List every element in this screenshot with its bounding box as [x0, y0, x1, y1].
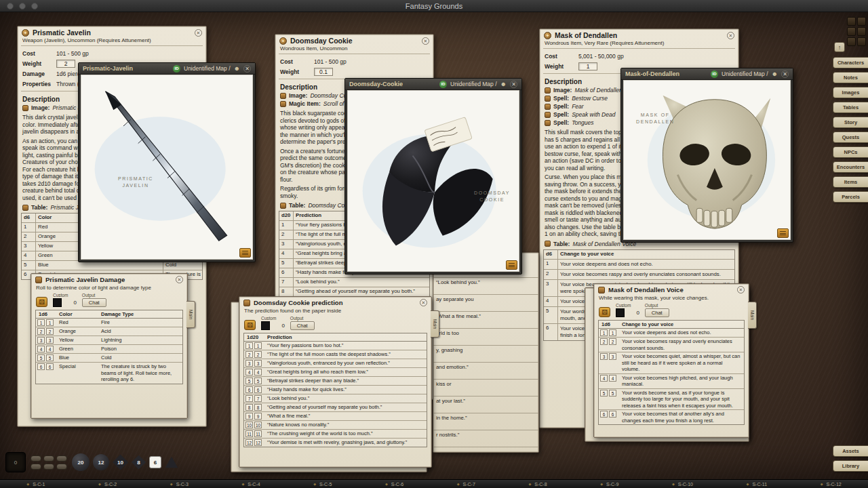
d6-die[interactable]: 6: [149, 456, 161, 468]
range-from[interactable]: 11: [245, 430, 253, 437]
sidebar-tab[interactable]: Images: [833, 87, 868, 98]
table-row[interactable]: 88 “Getting ahead of yourself may separa…: [244, 403, 427, 412]
range-to[interactable]: 6: [254, 386, 262, 393]
image-window-mask-of-dendallen[interactable]: Mask-of-Dendallen ID Unidentified Map / …: [620, 68, 793, 243]
identified-badge[interactable]: ID: [173, 65, 180, 73]
table-row[interactable]: 33 Yellow Lightning: [36, 336, 182, 345]
table-row[interactable]: 22 Orange Acid: [36, 327, 182, 336]
output-chat-button[interactable]: Chat: [82, 298, 106, 307]
sidebar-tab[interactable]: NPCs: [833, 146, 868, 158]
range-from[interactable]: 1: [245, 342, 253, 349]
range-to[interactable]: 6: [46, 363, 54, 370]
range-from[interactable]: 3: [37, 337, 45, 344]
image-window-doomsday-cookie[interactable]: Doomsday-Cookie ID Unidentified Map / ☻ …: [344, 78, 522, 274]
sidebar-tab[interactable]: Story: [833, 117, 868, 128]
range-to[interactable]: 1: [254, 342, 262, 349]
window-titlebar[interactable]: Mask of Dendallen Voice ✕: [594, 284, 749, 294]
range-to[interactable]: 1: [46, 319, 54, 326]
close-icon[interactable]: ✕: [195, 29, 202, 37]
tab-main[interactable]: Main: [431, 310, 439, 338]
sidebar-tool-button[interactable]: [857, 27, 866, 36]
range-to[interactable]: 8: [254, 404, 262, 411]
range-from[interactable]: 2: [37, 328, 45, 335]
table-row[interactable]: 44 Your voice becomes high pitched, and …: [599, 374, 744, 389]
modifier-button[interactable]: [31, 464, 41, 470]
sidebar-tab[interactable]: Library: [833, 460, 868, 472]
table-row[interactable]: 33 Your voice becomes quiet, almost a wh…: [599, 352, 744, 374]
table-row[interactable]: 66 Special The creature is struck by two…: [36, 363, 182, 384]
range-to[interactable]: 6: [609, 411, 616, 418]
taskbar-tab[interactable]: ◆S-C-4: [242, 482, 260, 487]
image-canvas[interactable]: PRISMATICJAVELIN: [81, 75, 253, 260]
table-window-prismatic-javelin-damage[interactable]: Main Prismatic Javelin Damage ✕ Roll to …: [31, 273, 188, 419]
custom-value[interactable]: 0: [281, 323, 284, 330]
layers-button[interactable]: [777, 228, 789, 238]
modifier-button[interactable]: [31, 455, 41, 462]
close-icon[interactable]: ✕: [727, 32, 734, 39]
range-to[interactable]: 4: [609, 375, 616, 382]
table-row[interactable]: 44 Green Poison: [36, 345, 182, 354]
window-titlebar[interactable]: Prismatic Javelin Damage ✕: [31, 274, 187, 284]
d8-die[interactable]: 8: [132, 455, 146, 470]
range-to[interactable]: 7: [254, 395, 262, 402]
table-row[interactable]: 44 “Great heights bring all who reach th…: [244, 368, 427, 377]
modifier-button[interactable]: [43, 464, 54, 470]
identified-badge[interactable]: ID: [439, 81, 447, 88]
range-from[interactable]: 10: [245, 422, 253, 428]
range-from[interactable]: 7: [245, 395, 253, 402]
range-to[interactable]: 2: [46, 328, 54, 335]
taskbar-tab[interactable]: ◆S-C-5: [313, 482, 332, 487]
modifier-button[interactable]: [56, 464, 67, 470]
table-window-mask-of-dendallen-voice[interactable]: Main Mask of Dendallen Voice ✕ While wea…: [593, 283, 749, 438]
d10-die[interactable]: 10: [113, 455, 128, 470]
tab-main[interactable]: Main: [748, 302, 757, 329]
range-to[interactable]: 5: [609, 390, 616, 396]
image-window-prismatic-javelin[interactable]: Prismatic-Javelin ID Unidentified Map / …: [78, 62, 256, 262]
range-to[interactable]: 3: [254, 360, 262, 367]
table-row[interactable]: 22 “The light of the full moon casts the…: [244, 350, 427, 359]
sidebar-tab[interactable]: Assets: [833, 445, 868, 457]
layers-button[interactable]: [506, 260, 517, 270]
d12-die[interactable]: 12: [93, 454, 109, 470]
table-row[interactable]: 55 Blue Cold: [36, 354, 182, 363]
modifier-button[interactable]: [43, 455, 54, 462]
close-icon[interactable]: ✕: [422, 37, 429, 45]
range-from[interactable]: 3: [245, 360, 253, 367]
sidebar-tab[interactable]: Items: [833, 176, 868, 188]
range-to[interactable]: 10: [254, 422, 262, 428]
table-row[interactable]: 55 “Betrayal strikes deeper than any bla…: [244, 377, 427, 386]
range-from[interactable]: 1: [600, 329, 608, 336]
image-canvas[interactable]: MASK OFDENDALLEN: [623, 80, 791, 240]
custom-die-slot[interactable]: [261, 321, 270, 330]
close-icon[interactable]: ✕: [420, 299, 427, 306]
sidebar-tool-button[interactable]: [847, 17, 856, 26]
tab-main[interactable]: Main: [186, 301, 195, 328]
range-from[interactable]: 5: [37, 354, 45, 361]
traffic-dot[interactable]: [31, 3, 38, 9]
players-icon[interactable]: ☻: [772, 71, 778, 77]
taskbar-tab[interactable]: ◆S-C-8: [528, 482, 547, 487]
roll-button[interactable]: ⚄: [36, 297, 47, 307]
custom-die-slot[interactable]: [53, 298, 62, 307]
image-canvas[interactable]: DOOMSDAYCOOKIE: [347, 90, 519, 272]
range-from[interactable]: 1: [37, 319, 45, 326]
table-row[interactable]: 11 Red Fire: [36, 319, 182, 327]
sidebar-tool-button[interactable]: [857, 17, 866, 26]
table-window-doomsday-cookie-prediction[interactable]: Main Doomsday Cookie prediction ✕ The pr…: [239, 296, 432, 468]
range-to[interactable]: 4: [46, 346, 54, 352]
table-row[interactable]: 66 “Hasty hands make for quick lives.”: [244, 386, 427, 394]
background-table-window[interactable]: “Hasty hands make for quick lives.”“Look…: [433, 252, 539, 453]
range-to[interactable]: 1: [609, 329, 616, 336]
table-row[interactable]: 66 Your voice becomes that of another al…: [599, 410, 744, 424]
range-from[interactable]: 9: [245, 413, 253, 420]
players-icon[interactable]: ☻: [500, 81, 507, 87]
roll-button[interactable]: ⚄: [244, 320, 256, 330]
range-to[interactable]: 5: [46, 354, 54, 361]
taskbar-tab[interactable]: ◆S-C-6: [385, 482, 403, 487]
table-row[interactable]: 11 Your voice deepens and does not echo.: [599, 329, 744, 338]
sidebar-tab[interactable]: Tables: [833, 102, 868, 113]
taskbar-tab[interactable]: ◆S-C-2: [98, 482, 117, 487]
sidebar-tab[interactable]: Parcels: [833, 191, 868, 203]
sidebar-tool-button[interactable]: [857, 37, 866, 46]
table-row[interactable]: 55 Your words become sand, as if your to…: [599, 389, 744, 411]
